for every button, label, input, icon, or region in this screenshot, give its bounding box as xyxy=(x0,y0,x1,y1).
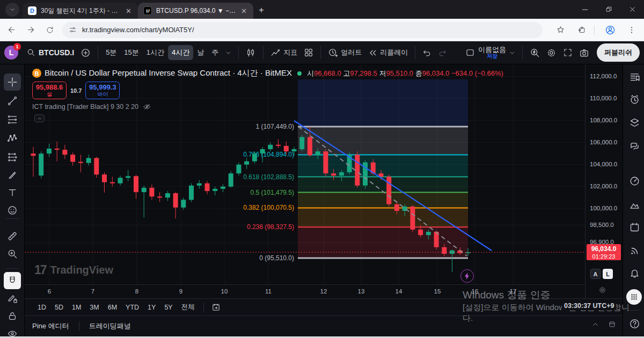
range-5Y[interactable]: 5Y xyxy=(160,302,177,313)
maximize-panel-icon[interactable] xyxy=(608,320,616,328)
snapshot-camera-icon[interactable] xyxy=(576,45,592,61)
auto-scale-button[interactable]: A xyxy=(590,269,601,279)
undo-button[interactable] xyxy=(419,46,435,60)
timeframe-15분[interactable]: 15분 xyxy=(120,45,142,60)
layout-dropdown-icon[interactable] xyxy=(506,47,518,58)
tab-close-icon[interactable]: ✕ xyxy=(240,7,248,15)
sidebar-alerts[interactable] xyxy=(628,93,641,106)
timeframe-4시간[interactable]: 4시간 xyxy=(168,45,193,60)
templates-button[interactable] xyxy=(301,45,317,60)
indicators-button[interactable]: 지표 xyxy=(267,45,301,61)
tool-ruler[interactable] xyxy=(4,227,21,245)
timeframe-1시간[interactable]: 1시간 xyxy=(143,45,168,60)
tool-trend-line[interactable] xyxy=(4,92,21,109)
menu-kebab-icon[interactable] xyxy=(624,22,640,38)
undo-icon xyxy=(422,48,431,57)
timeframe-주[interactable]: 주 xyxy=(208,45,222,60)
tool-text-tool[interactable] xyxy=(4,184,21,201)
tool-pencil-lock[interactable] xyxy=(4,290,21,307)
tool-crosshair[interactable] xyxy=(4,74,21,91)
chevron-up-icon xyxy=(37,116,42,121)
bolt-search-icon xyxy=(530,48,540,58)
forward-icon[interactable] xyxy=(23,22,39,38)
chart-pane[interactable]: 1 (107,449.0)0.786 (104,894.0)0.618 (102… xyxy=(25,64,585,284)
range-3M[interactable]: 3M xyxy=(85,302,103,313)
timeframe-5분[interactable]: 5분 xyxy=(102,45,120,60)
timeframe-날[interactable]: 날 xyxy=(193,45,208,60)
layout-button[interactable] xyxy=(462,45,478,60)
profile-icon[interactable] xyxy=(602,22,618,38)
pine-editor-button[interactable]: Pine 에디터 xyxy=(25,318,77,334)
tab-close-icon[interactable]: ✕ xyxy=(125,7,133,15)
quick-search-icon[interactable] xyxy=(526,45,543,61)
fullscreen-icon[interactable] xyxy=(560,45,576,60)
instant-trading-icon[interactable] xyxy=(460,269,474,283)
tool-xabcd-pattern[interactable] xyxy=(4,130,21,147)
sidebar-calendar[interactable] xyxy=(628,221,641,233)
layout-name-save[interactable]: 이름없음 저장 xyxy=(478,46,506,59)
range-1Y[interactable]: 1Y xyxy=(143,302,160,313)
tool-projection[interactable] xyxy=(4,149,21,166)
eye-off-icon[interactable] xyxy=(143,102,151,111)
goto-date-icon[interactable] xyxy=(208,300,224,314)
svg-text:0.382 (100,070.5): 0.382 (100,070.5) xyxy=(243,204,294,211)
restore-button[interactable] xyxy=(597,0,620,19)
chart-style-button[interactable] xyxy=(243,45,259,61)
user-avatar[interactable]: L 1 xyxy=(4,46,18,60)
reload-icon[interactable] xyxy=(42,22,58,38)
time-axis[interactable]: 67891011121314151617 xyxy=(25,284,585,298)
close-button[interactable] xyxy=(620,0,644,19)
symbol-search-button[interactable]: BTCUSD.I xyxy=(24,46,77,59)
redo-button[interactable] xyxy=(435,46,450,60)
sidebar-object-tree[interactable] xyxy=(628,116,641,129)
range-5D[interactable]: 5D xyxy=(50,302,68,313)
price-tick: 106,000.0 xyxy=(590,139,617,145)
save-label[interactable]: 저장 xyxy=(487,54,497,60)
legend-collapse-button[interactable] xyxy=(34,114,45,122)
browser-tab-challenge[interactable]: D 30일 챌린지 4기 1주차 - 30일 ✕ xyxy=(23,3,138,19)
time-tick: 11 xyxy=(265,288,272,295)
address-bar[interactable]: kr.tradingview.com/chart/yMOlAT5Y/ xyxy=(62,22,543,38)
sidebar-chat[interactable] xyxy=(628,139,641,152)
tool-fib-retracement[interactable] xyxy=(4,111,21,128)
sidebar-notifications[interactable] xyxy=(628,266,641,279)
timeframe-dropdown-icon[interactable] xyxy=(222,47,235,58)
bookmark-star-icon[interactable] xyxy=(552,22,568,38)
tool-emoji[interactable] xyxy=(4,202,21,219)
new-tab-button[interactable]: + xyxy=(259,5,264,16)
tool-magnet[interactable] xyxy=(4,272,21,289)
range-1D[interactable]: 1D xyxy=(33,302,50,313)
sidebar-streams[interactable] xyxy=(628,244,641,257)
profile-icon xyxy=(605,25,616,35)
minimize-button[interactable] xyxy=(573,0,597,19)
publish-button[interactable]: 퍼블리쉬 xyxy=(597,43,640,62)
range-1M[interactable]: 1M xyxy=(68,302,85,313)
clock-utc[interactable]: 03:30:37 UTC+9 xyxy=(562,302,616,310)
sidebar-apps[interactable] xyxy=(626,289,642,305)
range-YTD[interactable]: YTD xyxy=(121,302,143,313)
extensions-icon[interactable] xyxy=(574,22,590,38)
axis-settings-gear-icon[interactable] xyxy=(598,286,606,294)
replay-button[interactable]: 리플레이 xyxy=(365,45,411,60)
sidebar-help[interactable] xyxy=(628,317,641,330)
back-icon[interactable] xyxy=(3,22,19,38)
sidebar-watchlist[interactable] xyxy=(628,70,641,83)
log-scale-button[interactable]: L xyxy=(603,269,613,279)
sidebar-screener[interactable] xyxy=(628,174,641,187)
candlestick-chart[interactable]: 1 (107,449.0)0.786 (104,894.0)0.618 (102… xyxy=(25,64,585,284)
sidebar-ideas[interactable] xyxy=(628,199,641,211)
alert-button[interactable]: 얼러트 xyxy=(325,45,365,61)
price-axis[interactable]: 112,000.0110,000.0108,000.0106,000.0104,… xyxy=(585,64,623,298)
trading-panel-button[interactable]: 트레이딩패널 xyxy=(82,318,138,334)
tool-zoom-in[interactable] xyxy=(4,245,21,262)
range-전체[interactable]: 전체 xyxy=(177,300,199,314)
settings-gear-icon[interactable] xyxy=(543,45,560,61)
compare-add-button[interactable] xyxy=(77,45,94,61)
tool-brush[interactable] xyxy=(4,166,21,183)
expand-panel-icon[interactable] xyxy=(591,320,599,328)
tab-search-chevron-icon[interactable] xyxy=(5,3,19,17)
range-6M[interactable]: 6M xyxy=(104,302,121,313)
site-settings-icon[interactable] xyxy=(69,26,77,34)
browser-tab-btcusd[interactable]: 17 BTCUSD.P 96,034.0 ▼ −3.56% ✕ xyxy=(138,3,253,19)
tool-lock[interactable] xyxy=(4,307,21,325)
